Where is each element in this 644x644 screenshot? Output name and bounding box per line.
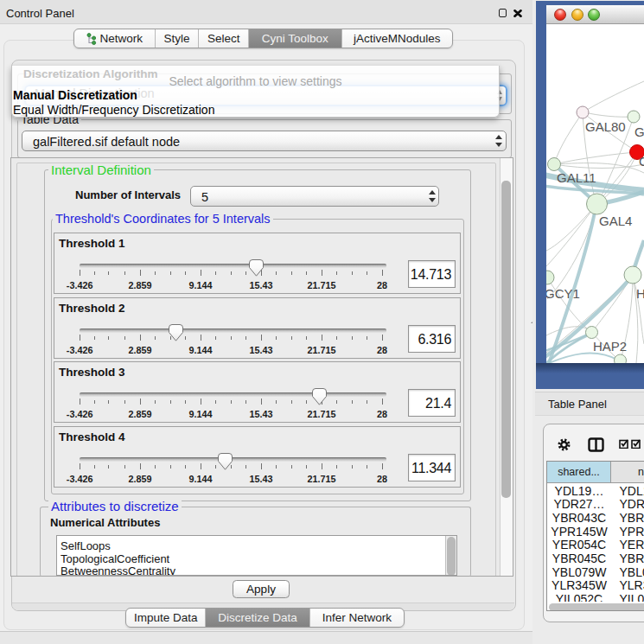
svg-text:GCY1: GCY1 [546,286,580,301]
svg-text:HAP2: HAP2 [593,339,627,354]
svg-text:GAL11: GAL11 [557,170,596,185]
svg-text:GA: GA [634,124,644,139]
svg-text:GAL80: GAL80 [585,119,626,134]
svg-text:CY: CY [639,154,644,169]
svg-text:HA: HA [636,286,644,301]
svg-text:GAL4: GAL4 [599,214,632,228]
